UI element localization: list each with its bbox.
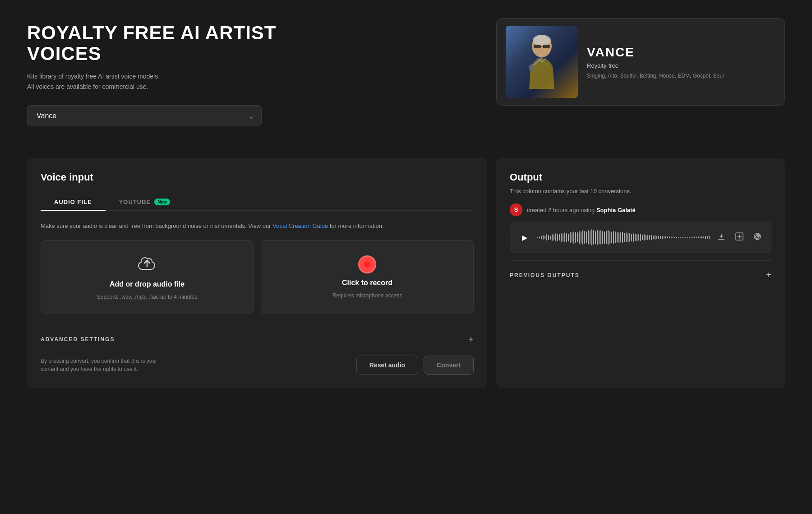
conversion-meta: S created 2 hours ago using Sophia Galat… <box>510 204 771 216</box>
waveform-bar <box>676 237 677 238</box>
waveform-bar <box>609 231 610 244</box>
vocal-creation-guide-link[interactable]: Vocal Creation Guide <box>272 222 328 229</box>
waveform-bar <box>701 236 702 238</box>
waveform-bar <box>591 229 592 245</box>
waveform-bar <box>640 234 641 241</box>
waveform-bar <box>631 234 632 241</box>
top-section: ROYALTY FREE AI ARTIST VOICES Kits libra… <box>0 0 812 144</box>
advanced-settings-label: ADVANCED SETTINGS <box>41 336 115 343</box>
waveform-bar <box>544 236 545 239</box>
waveform-bar <box>600 230 601 245</box>
waveform-bar <box>579 231 580 244</box>
record-card[interactable]: Click to record Requires microphone acce… <box>261 240 474 314</box>
advanced-settings: ADVANCED SETTINGS + <box>41 325 474 345</box>
waveform-bar <box>568 234 569 241</box>
svg-point-7 <box>529 64 534 71</box>
reset-audio-button[interactable]: Reset audio <box>356 356 418 375</box>
waveform-bar <box>599 231 600 245</box>
record-icon <box>358 255 376 273</box>
conversion-item: S created 2 hours ago using Sophia Galat… <box>510 204 771 253</box>
waveform-bar <box>561 233 562 242</box>
waveform-bar <box>694 236 695 238</box>
artist-name: VANCE <box>587 45 775 60</box>
waveform-bar <box>573 232 574 244</box>
disclaimer-text: By pressing convert, you confirm that th… <box>41 357 176 373</box>
tab-youtube-badge: New <box>154 199 170 205</box>
waveform-bar <box>665 236 666 238</box>
waveform-bar <box>642 235 643 241</box>
share-link-button[interactable] <box>751 230 764 245</box>
waveform-bar <box>656 236 657 239</box>
cloud-upload-icon <box>137 254 157 275</box>
record-title: Click to record <box>342 279 392 287</box>
svg-rect-4 <box>543 45 550 48</box>
waveform-bar <box>700 236 701 238</box>
waveform-bar <box>709 236 710 239</box>
waveform-bar <box>664 236 664 239</box>
waveform-bar <box>655 235 655 240</box>
download-button[interactable] <box>715 230 728 245</box>
waveform-bar <box>626 232 627 243</box>
waveform-bar <box>696 237 697 238</box>
expand-icon: + <box>468 334 474 345</box>
waveform-bar <box>582 230 583 245</box>
convert-button[interactable]: Convert <box>424 356 474 375</box>
waveform-bar <box>680 237 681 238</box>
waveform-bar <box>698 236 699 239</box>
waveform-bar <box>552 234 553 241</box>
waveform-bar <box>575 232 576 242</box>
waveform-bar <box>588 230 589 245</box>
hero-left: ROYALTY FREE AI ARTIST VOICES Kits libra… <box>27 18 307 126</box>
waveform-bar <box>658 236 659 239</box>
bottom-section: Voice input AUDIO FILE YOUTUBE New Make … <box>0 158 812 406</box>
conversion-info: created 2 hours ago using Sophia Galaté <box>527 207 636 213</box>
voice-select[interactable]: Vance <box>27 105 262 126</box>
waveform-bar <box>651 235 652 240</box>
add-drop-title: Add or drop audio file <box>110 280 185 288</box>
waveform-bar <box>615 232 616 243</box>
waveform-bar <box>683 237 684 238</box>
output-subtitle: This column contains your last 10 conver… <box>510 188 771 194</box>
avatar: S <box>510 204 522 216</box>
action-buttons: Reset audio Convert <box>356 356 474 375</box>
waveform-bar <box>669 236 670 239</box>
output-title: Output <box>510 171 771 183</box>
record-subtitle: Requires microphone access <box>332 292 402 299</box>
svg-text:S: S <box>514 206 518 213</box>
tab-youtube[interactable]: YOUTUBE New <box>106 194 184 211</box>
voice-input-tabs: AUDIO FILE YOUTUBE New <box>41 194 474 211</box>
waveform-bar <box>595 231 596 244</box>
add-drop-card[interactable]: Add or drop audio file Supports .wav, .m… <box>41 240 254 314</box>
waveform-bar <box>617 232 618 243</box>
previous-outputs-header[interactable]: PREVIOUS OUTPUTS + <box>510 270 771 280</box>
waveform-bar <box>637 234 637 241</box>
expand-previous-icon: + <box>766 270 771 280</box>
waveform-bar <box>577 232 578 242</box>
waveform-bar <box>707 236 708 238</box>
artist-license: Royalty-free <box>587 62 775 69</box>
waveform-bar <box>653 236 654 239</box>
waveform-bar <box>597 230 598 245</box>
waveform-bar <box>593 230 594 245</box>
advanced-settings-header[interactable]: ADVANCED SETTINGS + <box>41 334 474 345</box>
waveform-bar <box>570 232 571 243</box>
waveform-bar <box>546 234 547 241</box>
voice-input-panel: Voice input AUDIO FILE YOUTUBE New Make … <box>27 158 487 388</box>
artist-tags: Singing, Alto, Soulful, Belting, House, … <box>587 73 775 79</box>
voice-input-title: Voice input <box>41 171 474 183</box>
svg-rect-3 <box>534 45 541 48</box>
play-button[interactable]: ▶ <box>517 230 532 245</box>
artist-card: VANCE Royalty-free Singing, Alto, Soulfu… <box>496 18 785 106</box>
waveform-bar <box>581 232 581 243</box>
audio-player: ▶ <box>510 222 771 253</box>
waveform-bar <box>563 234 563 241</box>
waveform-bar <box>613 231 614 244</box>
waveform-bar <box>586 232 587 243</box>
waveform-bar <box>685 237 686 237</box>
add-to-library-button[interactable] <box>733 230 746 245</box>
upload-note: Make sure your audio is clear and free f… <box>41 222 474 231</box>
waveform-bar <box>604 232 605 244</box>
waveform-bar <box>674 237 675 238</box>
artist-info: VANCE Royalty-free Singing, Alto, Soulfu… <box>587 45 775 79</box>
tab-audio-file[interactable]: AUDIO FILE <box>41 194 106 211</box>
